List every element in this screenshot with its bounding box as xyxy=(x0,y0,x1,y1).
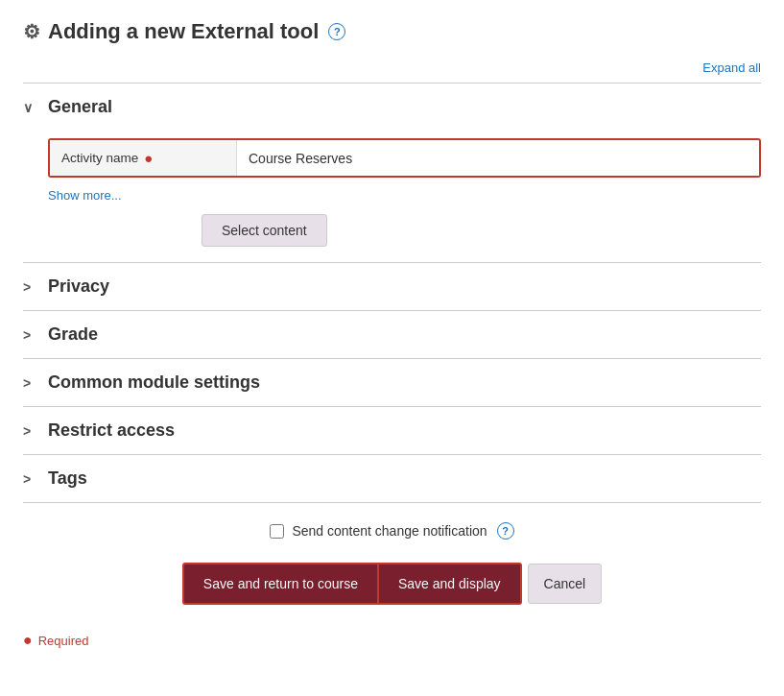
expand-all-link[interactable]: Expand all xyxy=(702,60,761,75)
grade-section-header[interactable]: > Grade xyxy=(23,311,761,358)
privacy-section: > Privacy xyxy=(23,262,761,310)
save-return-button[interactable]: Save and return to course xyxy=(182,563,379,605)
activity-name-label-container: Activity name ● xyxy=(50,140,237,176)
activity-name-field-row: Activity name ● xyxy=(48,138,761,178)
required-note-icon: ● xyxy=(23,632,33,649)
select-content-button[interactable]: Select content xyxy=(202,214,327,247)
common-module-section-header[interactable]: > Common module settings xyxy=(23,359,761,406)
privacy-section-label: Privacy xyxy=(48,276,109,297)
common-module-chevron: > xyxy=(23,375,38,391)
restrict-access-section-label: Restrict access xyxy=(48,420,175,441)
restrict-access-chevron: > xyxy=(23,423,38,439)
gear-icon: ⚙ xyxy=(23,20,40,43)
tags-section: > Tags xyxy=(23,454,761,502)
page-title: Adding a new External tool xyxy=(48,19,319,44)
common-module-section: > Common module settings xyxy=(23,358,761,406)
grade-section-label: Grade xyxy=(48,324,98,345)
common-module-section-label: Common module settings xyxy=(48,372,260,393)
general-section-header[interactable]: ∨ General xyxy=(23,84,761,131)
general-chevron: ∨ xyxy=(23,100,38,115)
notification-label: Send content change notification xyxy=(292,523,487,539)
tags-section-header[interactable]: > Tags xyxy=(23,455,761,502)
general-section-content: Activity name ● Show more... Select cont… xyxy=(23,131,761,262)
save-display-button[interactable]: Save and display xyxy=(379,563,522,605)
restrict-access-section-header[interactable]: > Restrict access xyxy=(23,407,761,454)
select-content-container: Select content xyxy=(48,214,761,247)
notification-help-icon[interactable]: ? xyxy=(497,522,514,540)
page-title-row: ⚙ Adding a new External tool ? xyxy=(23,19,761,44)
general-section-label: General xyxy=(48,97,112,117)
privacy-section-header[interactable]: > Privacy xyxy=(23,263,761,310)
cancel-button[interactable]: Cancel xyxy=(528,564,603,604)
required-note: ● Required xyxy=(23,624,761,649)
show-more-link[interactable]: Show more... xyxy=(48,188,122,203)
activity-name-label: Activity name xyxy=(61,151,138,165)
activity-name-input[interactable] xyxy=(237,141,759,176)
grade-section: > Grade xyxy=(23,310,761,358)
required-indicator-icon: ● xyxy=(144,150,153,166)
tags-chevron: > xyxy=(23,471,38,487)
required-note-label: Required xyxy=(38,634,89,648)
grade-chevron: > xyxy=(23,327,38,343)
general-section: ∨ General Activity name ● Show more... S… xyxy=(23,83,761,262)
notification-row: Send content change notification ? xyxy=(23,503,761,555)
expand-all-container: Expand all xyxy=(23,60,761,75)
privacy-chevron: > xyxy=(23,279,38,295)
page-help-icon[interactable]: ? xyxy=(328,23,345,40)
tags-section-label: Tags xyxy=(48,468,87,489)
restrict-access-section: > Restrict access xyxy=(23,406,761,454)
notification-checkbox[interactable] xyxy=(270,524,284,539)
action-buttons-row: Save and return to course Save and displ… xyxy=(23,555,761,624)
